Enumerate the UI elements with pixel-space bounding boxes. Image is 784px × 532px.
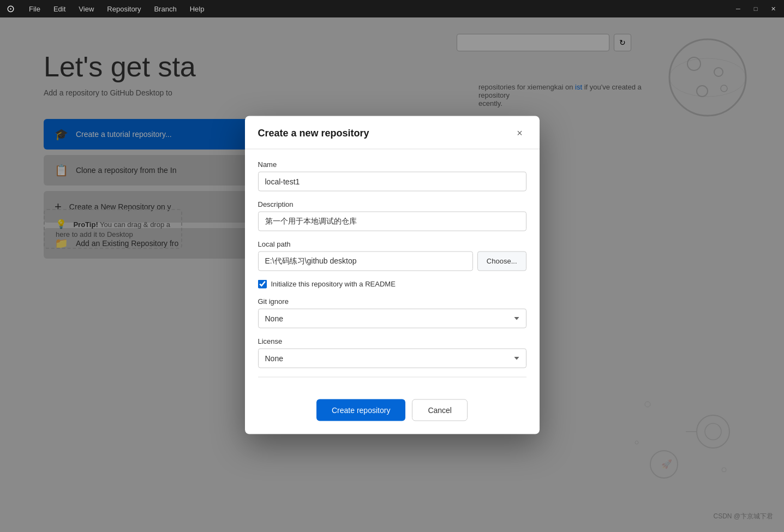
modal-header: Create a new repository × <box>245 116 540 149</box>
close-button[interactable]: ✕ <box>769 5 777 13</box>
local-path-label: Local path <box>258 240 526 248</box>
menu-file[interactable]: File <box>23 3 46 15</box>
menu-view[interactable]: View <box>73 3 99 15</box>
modal-footer: Create repository Cancel <box>245 399 540 434</box>
readme-checkbox-row: Initialize this repository with a README <box>258 279 526 288</box>
menu-help[interactable]: Help <box>184 3 210 15</box>
create-repository-modal: Create a new repository × Name Descripti… <box>245 116 540 434</box>
modal-body: Name Description Local path Choose... In… <box>245 149 540 399</box>
main-background: 🚀 Let's get sta Add a repository to GitH… <box>0 17 784 532</box>
name-field-group: Name <box>258 160 526 191</box>
gitignore-label: Git ignore <box>258 297 526 305</box>
description-input[interactable] <box>258 211 526 231</box>
readme-label[interactable]: Initialize this repository with a README <box>271 280 396 288</box>
local-path-input[interactable] <box>258 251 473 271</box>
gitignore-select[interactable]: None ActionScript Android Python <box>258 308 526 328</box>
license-select[interactable]: None MIT License Apache License 2.0 GNU … <box>258 348 526 368</box>
menu-repository[interactable]: Repository <box>101 3 146 15</box>
minimize-button[interactable]: ─ <box>734 5 743 12</box>
local-path-row: Choose... <box>258 251 526 271</box>
license-label: License <box>258 337 526 345</box>
menu-bar: File Edit View Repository Branch Help <box>23 3 210 15</box>
choose-button[interactable]: Choose... <box>477 251 526 271</box>
modal-divider <box>258 376 526 377</box>
cancel-button[interactable]: Cancel <box>412 399 468 421</box>
modal-close-button[interactable]: × <box>513 127 526 140</box>
titlebar: ⊙ File Edit View Repository Branch Help … <box>0 0 784 17</box>
create-repository-button[interactable]: Create repository <box>316 399 405 421</box>
github-logo-icon: ⊙ <box>7 3 15 15</box>
name-input[interactable] <box>258 171 526 191</box>
name-label: Name <box>258 160 526 168</box>
readme-checkbox[interactable] <box>258 279 267 288</box>
window-controls: ─ □ ✕ <box>734 0 777 17</box>
gitignore-field-group: Git ignore None ActionScript Android Pyt… <box>258 297 526 328</box>
menu-edit[interactable]: Edit <box>48 3 71 15</box>
description-field-group: Description <box>258 200 526 231</box>
description-label: Description <box>258 200 526 208</box>
local-path-field-group: Local path Choose... <box>258 240 526 271</box>
menu-branch[interactable]: Branch <box>148 3 182 15</box>
modal-title: Create a new repository <box>258 128 369 139</box>
maximize-button[interactable]: □ <box>751 5 760 12</box>
license-field-group: License None MIT License Apache License … <box>258 337 526 368</box>
